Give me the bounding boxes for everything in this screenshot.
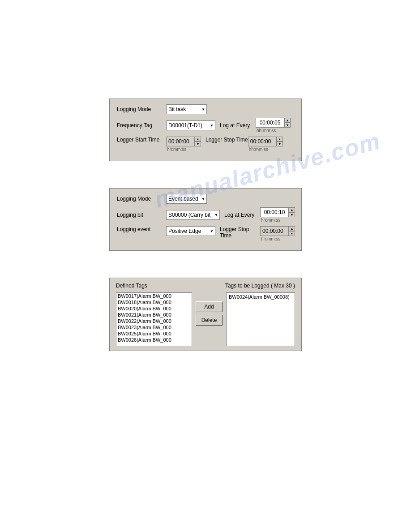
logger-start-time-wrapper: 00:00:00 ▲ ▼ hh:mm:ss [166, 137, 201, 152]
logging-mode-row-1: Logging Mode Bit task Time based Event b… [117, 104, 294, 114]
logger-stop-time-label-1: Logger Stop Time [206, 137, 248, 143]
logging-mode-row-2: Logging Mode Bit task Time based Event b… [117, 194, 294, 204]
list-item[interactable]: BW0021(Alarm BW_000 [116, 312, 192, 318]
log-at-every-input-1[interactable]: 00:00:05 [256, 118, 284, 128]
logging-event-row: Logging event Positive Edge Negative Edg… [117, 226, 294, 241]
logging-mode-select-wrapper-2[interactable]: Bit task Time based Event based [166, 194, 207, 204]
logger-start-time-up[interactable]: ▲ [195, 137, 201, 142]
logger-stop-time-up-1[interactable]: ▲ [277, 137, 283, 142]
logging-event-select-wrapper[interactable]: Positive Edge Negative Edge Both Edges [166, 226, 215, 236]
logging-bit-label: Logging bit [117, 212, 166, 218]
logging-mode-select-1[interactable]: Bit task Time based Event based [166, 104, 207, 114]
logger-stop-time-spinner-2[interactable]: 00:00:00 ▲ ▼ [260, 226, 295, 236]
log-at-every-arrows-1[interactable]: ▲ ▼ [284, 118, 291, 128]
frequency-tag-label: Frequency Tag [117, 122, 166, 129]
list-item[interactable]: BW0025(Alarm BW_000 [116, 330, 192, 337]
logging-mode-label-2: Logging Mode [117, 196, 166, 202]
list-item[interactable]: BW0017(Alarm BW_000 [116, 293, 192, 299]
list-item[interactable]: BW0020(Alarm BW_000 [116, 305, 192, 312]
log-at-every-up-2[interactable]: ▲ [289, 207, 295, 212]
defined-tags-list[interactable]: BW0017(Alarm BW_000 BW0018(Alarm BW_000 … [116, 292, 192, 346]
log-at-every-down-2[interactable]: ▼ [289, 212, 295, 217]
logging-event-label: Logging event [117, 226, 166, 232]
logger-start-time-label: Logger Start Time [117, 137, 166, 143]
list-item[interactable]: BW0024(Alarm BW_00008) [228, 294, 293, 300]
panel-event-based: Logging Mode Bit task Time based Event b… [109, 188, 302, 251]
log-at-every-label-2: Log at Every [224, 212, 260, 218]
logger-stop-time-wrapper-2: 00:00:00 ▲ ▼ hh:mm:ss [260, 226, 295, 241]
logging-mode-select-wrapper-1[interactable]: Bit task Time based Event based [166, 104, 207, 114]
log-at-every-spinner-1[interactable]: 00:00:05 ▲ ▼ [256, 118, 291, 128]
time-row-1: Logger Start Time 00:00:00 ▲ ▼ hh:mm:ss … [117, 137, 294, 152]
log-at-every-input-2[interactable]: 00:00:10 [260, 207, 289, 217]
tags-logged-list[interactable]: BW0024(Alarm BW_00008) [226, 292, 295, 346]
logger-stop-time-spinner-1[interactable]: 00:00:00 ▲ ▼ [248, 137, 283, 146]
logger-start-time-spinner[interactable]: 00:00:00 ▲ ▼ [166, 137, 201, 146]
log-at-every-label-1: Log at Every [220, 122, 256, 129]
logging-event-select[interactable]: Positive Edge Negative Edge Both Edges [166, 226, 215, 236]
logger-stop-time-up-2[interactable]: ▲ [289, 226, 295, 231]
list-item[interactable]: BW0023(Alarm BW_000 [116, 324, 192, 330]
logger-start-time-sub: hh:mm:ss [167, 147, 201, 152]
logging-bit-select-wrapper[interactable]: S00000 (Carry bit) [166, 210, 220, 220]
logger-start-time-down[interactable]: ▼ [195, 142, 201, 146]
logger-stop-time-input-1[interactable]: 00:00:00 [248, 137, 277, 146]
logger-start-time-arrows[interactable]: ▲ ▼ [195, 137, 201, 146]
log-at-every-sub-2: hh:mm:ss [261, 218, 295, 223]
logger-stop-time-arrows-1[interactable]: ▲ ▼ [277, 137, 283, 146]
log-at-every-wrapper-1: 00:00:05 ▲ ▼ hh:mm:ss [256, 118, 291, 133]
tags-content: BW0017(Alarm BW_000 BW0018(Alarm BW_000 … [116, 292, 295, 346]
logger-stop-time-wrapper-1: 00:00:00 ▲ ▼ hh:mm:ss [248, 137, 283, 152]
log-at-every-spinner-2[interactable]: 00:00:10 ▲ ▼ [260, 207, 295, 217]
delete-button[interactable]: Delete [196, 315, 223, 326]
list-item[interactable]: BW0026(Alarm BW_000 [116, 337, 192, 343]
frequency-tag-select[interactable]: D00001(T-D1) [166, 120, 215, 130]
log-at-every-up-1[interactable]: ▲ [284, 118, 291, 123]
logger-start-time-input[interactable]: 00:00:00 [166, 137, 195, 146]
logger-stop-time-arrows-2[interactable]: ▲ ▼ [289, 226, 295, 236]
logger-stop-time-sub-2: hh:mm:ss [261, 236, 295, 241]
log-at-every-arrows-2[interactable]: ▲ ▼ [289, 207, 295, 217]
logger-stop-time-input-2[interactable]: 00:00:00 [260, 226, 289, 236]
log-at-every-down-1[interactable]: ▼ [284, 123, 291, 128]
page-container: manualarchive.com Logging Mode Bit task … [0, 0, 411, 532]
logging-mode-label-1: Logging Mode [117, 106, 166, 112]
log-at-every-sub-1: hh:mm:ss [257, 128, 291, 133]
defined-tags-label: Defined Tags [116, 283, 147, 289]
log-at-every-wrapper-2: 00:00:10 ▲ ▼ hh:mm:ss [260, 207, 295, 223]
frequency-tag-row: Frequency Tag D00001(T-D1) Log at Every … [117, 118, 294, 133]
logger-stop-time-down-1[interactable]: ▼ [277, 142, 283, 146]
list-item[interactable]: BW0018(Alarm BW_000 [116, 299, 192, 305]
frequency-tag-select-wrapper[interactable]: D00001(T-D1) [166, 120, 215, 130]
add-button[interactable]: Add [196, 301, 223, 312]
panel-bit-task: Logging Mode Bit task Time based Event b… [109, 99, 302, 161]
logging-bit-select[interactable]: S00000 (Carry bit) [166, 210, 220, 220]
list-item[interactable]: BW0022(Alarm BW_000 [116, 318, 192, 324]
tags-panel: Defined Tags Tags to be Logged ( Max 30 … [109, 278, 302, 351]
logger-stop-time-sub-1: hh:mm:ss [249, 147, 283, 152]
logger-stop-time-label-2: Logger Stop Time [220, 226, 260, 239]
logging-bit-row: Logging bit S00000 (Carry bit) Log at Ev… [117, 207, 294, 223]
tags-header: Defined Tags Tags to be Logged ( Max 30 … [116, 283, 295, 289]
logging-mode-select-2[interactable]: Bit task Time based Event based [166, 194, 207, 204]
tags-to-log-label: Tags to be Logged ( Max 30 ) [225, 283, 295, 289]
logger-stop-time-down-2[interactable]: ▼ [289, 231, 295, 236]
tags-action-buttons: Add Delete [196, 292, 223, 326]
